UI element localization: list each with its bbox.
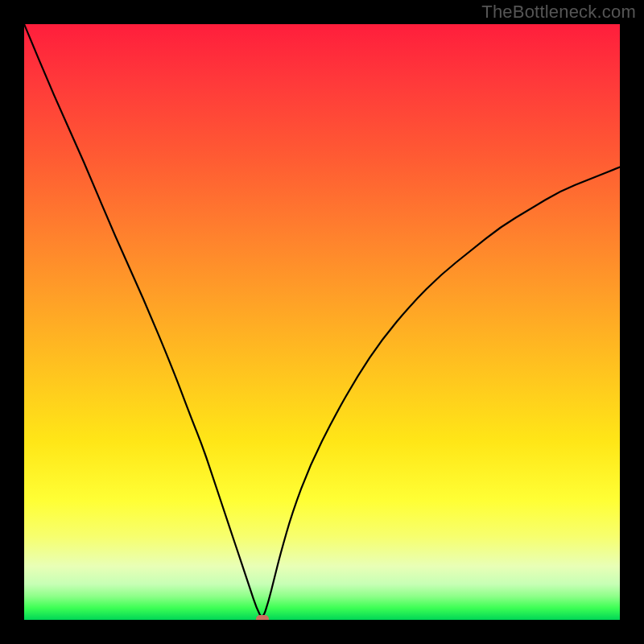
plot-area xyxy=(24,24,620,620)
minimum-marker xyxy=(256,615,269,620)
chart-frame: TheBottleneck.com xyxy=(0,0,644,644)
curve-line xyxy=(24,24,620,617)
watermark-text: TheBottleneck.com xyxy=(481,2,636,23)
curve-svg xyxy=(24,24,620,620)
